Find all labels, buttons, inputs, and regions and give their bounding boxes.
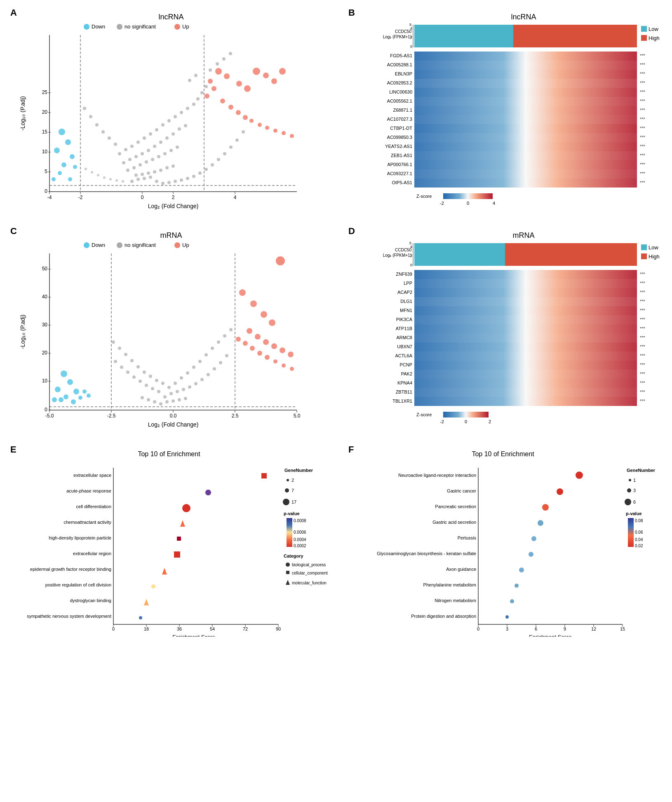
f-term-6: Axon guidance xyxy=(446,567,476,572)
c-ytick-0: 0 xyxy=(45,407,47,413)
svg-point-37 xyxy=(155,128,158,131)
legend-ns-circle xyxy=(117,24,122,30)
svg-point-162 xyxy=(63,394,68,399)
d-zscore-label: Z-score xyxy=(416,412,432,417)
bar-high-d xyxy=(505,243,637,266)
svg-point-141 xyxy=(186,371,189,375)
star-8: *** xyxy=(640,126,646,131)
e-legend-cat-title: Category xyxy=(284,553,304,558)
f-term-5: Glycosaminoglycan biosynthesis - keratan… xyxy=(377,551,476,556)
svg-point-47 xyxy=(95,123,99,127)
f-legend-title-gene: GeneNumber xyxy=(627,468,656,473)
svg-point-13 xyxy=(139,163,142,166)
svg-point-51 xyxy=(200,91,204,94)
gene-12: AP000766.1 xyxy=(387,162,412,167)
heatrow-13 xyxy=(414,169,637,178)
f-dot-0 xyxy=(576,471,583,479)
star-0: *** xyxy=(640,53,646,58)
svg-point-104 xyxy=(243,115,248,120)
e-term-3: chemoattractant activity xyxy=(63,520,111,525)
d-gene-13: ZBTB11 xyxy=(396,389,412,394)
e-dot-3 xyxy=(180,520,185,527)
svg-point-48 xyxy=(89,115,92,118)
y-tick-10: 10 xyxy=(42,149,48,155)
svg-point-121 xyxy=(176,390,179,393)
d-heatrow-11 xyxy=(414,370,637,379)
svg-point-175 xyxy=(255,334,261,340)
f-xtick-12: 12 xyxy=(591,626,596,631)
svg-point-183 xyxy=(257,351,262,356)
svg-point-60 xyxy=(161,182,164,185)
star-9: *** xyxy=(640,135,646,140)
x-tick-p1: 2 xyxy=(172,195,175,200)
svg-point-11 xyxy=(126,169,129,172)
svg-point-18 xyxy=(169,149,173,152)
svg-point-181 xyxy=(243,341,248,346)
svg-point-132 xyxy=(145,384,148,387)
d-star-6: *** xyxy=(640,326,646,331)
svg-point-67 xyxy=(204,168,208,171)
svg-point-119 xyxy=(163,395,167,399)
y-tick-15: 15 xyxy=(42,129,48,135)
svg-point-115 xyxy=(184,397,187,400)
e-dot-1 xyxy=(205,490,211,495)
svg-point-53 xyxy=(188,79,191,82)
f-legend-gene-1: 1 xyxy=(633,478,636,483)
svg-point-25 xyxy=(153,145,156,148)
panel-d-title: mRNA xyxy=(513,231,535,239)
svg-point-24 xyxy=(147,149,150,152)
heatrow-0 xyxy=(414,52,637,61)
svg-point-128 xyxy=(219,361,222,364)
e-dot-2 xyxy=(182,504,190,512)
svg-point-45 xyxy=(108,136,111,140)
svg-point-76 xyxy=(109,178,112,181)
gene-2: EBLN3P xyxy=(395,71,412,76)
d-star-4: *** xyxy=(640,308,646,313)
svg-point-3 xyxy=(149,176,152,179)
legend-down-label: Down xyxy=(92,23,105,30)
zscore-bar xyxy=(443,193,493,199)
svg-point-91 xyxy=(224,73,230,79)
svg-point-81 xyxy=(59,129,65,135)
heatrow-7 xyxy=(414,115,637,124)
d-bar-ylabel1: CCDC50 xyxy=(395,248,411,252)
svg-point-176 xyxy=(263,339,269,345)
y-tick-25: 25 xyxy=(42,89,48,95)
e-dot-8 xyxy=(144,599,149,605)
svg-point-12 xyxy=(132,166,136,169)
heatmap-mrna: mRNA CCDC50 Log₂ (FPKM+1) 0 2 4 5 Low Hi… xyxy=(350,229,672,439)
bar-low-d xyxy=(414,243,505,266)
svg-point-117 xyxy=(147,398,150,401)
svg-point-64 xyxy=(186,177,189,180)
svg-point-89 xyxy=(73,165,77,169)
svg-point-10 xyxy=(172,164,175,168)
gene-1: AC005288.1 xyxy=(387,62,412,67)
d-heatrow-3 xyxy=(414,297,637,306)
d-bar-ytick-5: 5 xyxy=(409,241,411,245)
svg-point-153 xyxy=(136,365,140,368)
e-xtick-90: 90 xyxy=(276,626,281,631)
svg-point-72 xyxy=(235,138,239,142)
d-legend-low-rect xyxy=(641,244,647,250)
svg-point-149 xyxy=(161,382,164,385)
e-dot-6 xyxy=(162,568,167,575)
svg-point-144 xyxy=(204,353,208,356)
c-ytick-50: 50 xyxy=(42,266,48,272)
svg-point-107 xyxy=(265,126,269,130)
d-heatrow-12 xyxy=(414,379,637,388)
f-dot-9 xyxy=(505,615,509,619)
bar-ylabel1: CCDC50 xyxy=(395,29,411,34)
svg-point-137 xyxy=(114,360,117,363)
svg-point-87 xyxy=(68,177,72,181)
svg-point-167 xyxy=(87,394,91,398)
e-x-label: Enrichment Score xyxy=(172,634,215,637)
svg-point-52 xyxy=(204,85,208,88)
legend-high-rect xyxy=(641,35,647,41)
e-term-8: dystroglycan binding xyxy=(70,598,111,603)
svg-point-14 xyxy=(145,160,148,164)
gene-10: YEATS2-AS1 xyxy=(385,144,412,149)
svg-point-177 xyxy=(271,343,277,349)
svg-point-58 xyxy=(229,52,232,55)
svg-point-42 xyxy=(186,107,189,110)
legend-ns-label: no significant xyxy=(125,23,156,30)
